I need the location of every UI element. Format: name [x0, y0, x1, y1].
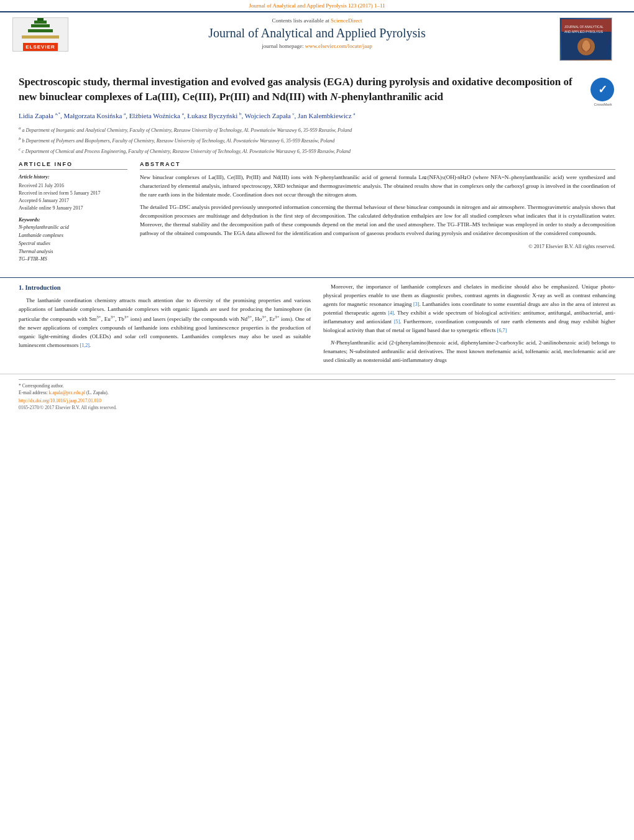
ref-3: [3]	[413, 302, 419, 307]
issn-line: 0165-2370/© 2017 Elsevier B.V. All right…	[19, 405, 615, 410]
keyword-5: TG–FTIR–MS	[19, 256, 127, 264]
copyright-line: © 2017 Elsevier B.V. All rights reserved…	[140, 243, 615, 249]
svg-rect-0	[22, 35, 59, 39]
keywords-section: Keywords: N-phenylanthranilic acid Lanth…	[19, 217, 127, 264]
elsevier-wordmark: ELSEVIER	[23, 43, 58, 51]
svg-rect-3	[34, 21, 47, 24]
journal-title: Journal of Analytical and Applied Pyroly…	[81, 26, 553, 40]
citation-bar: Journal of Analytical and Applied Pyroly…	[0, 0, 634, 12]
elsevier-logo: ELSEVIER	[12, 17, 68, 52]
ref-1-2: [1,2]	[80, 343, 89, 348]
keyword-4: Thermal analysis	[19, 248, 127, 256]
journal-center: Contents lists available at ScienceDirec…	[75, 17, 559, 49]
email-link[interactable]: k.apala@prz.edu.pl	[49, 390, 85, 395]
available-date: Available online 9 January 2017	[19, 205, 127, 212]
article-content: Spectroscopic study, thermal investigati…	[0, 65, 634, 270]
intro-para-2: Moreover, the importance of lanthanide c…	[323, 283, 615, 335]
intro-para-1: The lanthanide coordination chemistry at…	[19, 297, 311, 350]
svg-rect-4	[37, 18, 44, 21]
homepage-label: journal homepage:	[262, 43, 305, 49]
section-divider	[0, 277, 634, 278]
ref-6-7: [6,7]	[497, 328, 507, 333]
title-section: Spectroscopic study, thermal investigati…	[19, 75, 615, 104]
svg-rect-1	[28, 29, 53, 32]
homepage-url[interactable]: www.elsevier.com/locate/jaap	[305, 43, 372, 49]
crossmark-label: CrossMark	[590, 103, 615, 106]
accepted-date: Accepted 6 January 2017	[19, 197, 127, 205]
article-title: Spectroscopic study, thermal investigati…	[19, 75, 590, 104]
body-content: 1. Introduction The lanthanide coordinat…	[0, 283, 634, 368]
article-info-col: ARTICLE INFO Article history: Received 2…	[19, 161, 127, 264]
article-history: Article history: Received 21 July 2016 R…	[19, 173, 127, 212]
intro-heading: 1. Introduction	[19, 283, 311, 293]
abstract-header: ABSTRACT	[140, 161, 615, 170]
history-label: Article history:	[19, 173, 127, 181]
keyword-3: Spectral studies	[19, 240, 127, 248]
doi-link[interactable]: http://dx.doi.org/10.1016/j.jaap.2017.01…	[19, 398, 615, 404]
affiliation-a: a a Department of Inorganic and Analytic…	[19, 125, 615, 134]
revised-date: Received in revised form 5 January 2017	[19, 190, 127, 197]
keywords-label: Keywords:	[19, 217, 127, 223]
abstract-para-2: The detailed TG–DSC analysis provided pr…	[140, 203, 615, 238]
section-title: Introduction	[25, 284, 61, 291]
abstract-para-1: New binuclear complexes of La(III), Ce(I…	[140, 173, 615, 200]
svg-text:AND APPLIED PYROLYSIS: AND APPLIED PYROLYSIS	[564, 30, 604, 34]
ref-4: [4]	[388, 310, 393, 316]
intro-para-3: N-Phenylanthranilic acid (2-(phenylamino…	[323, 339, 615, 365]
crossmark-icon: ✓	[590, 78, 614, 101]
sciencedirect-link[interactable]: ScienceDirect	[331, 17, 362, 24]
sciencedirect-line: Contents lists available at ScienceDirec…	[81, 17, 553, 24]
elsevier-tree-icon	[19, 18, 62, 42]
page: Journal of Analytical and Applied Pyroly…	[0, 0, 634, 840]
svg-rect-2	[31, 24, 50, 27]
citation-text: Journal of Analytical and Applied Pyroly…	[249, 2, 385, 9]
received-date: Received 21 July 2016	[19, 182, 127, 190]
body-col-left: 1. Introduction The lanthanide coordinat…	[19, 283, 311, 368]
footnote: * Corresponding author. E-mail address: …	[19, 379, 615, 397]
keyword-1: N-phenylanthranilic acid	[19, 224, 127, 232]
email-suffix: (L. Zapała).	[85, 390, 108, 395]
article-info-header: ARTICLE INFO	[19, 161, 127, 170]
elsevier-logo-area: ELSEVIER	[12, 17, 75, 52]
affiliation-c: c c Department of Chemical and Process E…	[19, 146, 615, 155]
section-number: 1.	[19, 284, 24, 291]
authors: Lidia Zapała a,*, Małgorzata Kosińska a,…	[19, 111, 615, 122]
email-label: E-mail address:	[19, 390, 49, 395]
abstract-col: ABSTRACT New binuclear complexes of La(I…	[140, 161, 615, 264]
svg-text:JOURNAL OF ANALYTICAL: JOURNAL OF ANALYTICAL	[564, 25, 604, 29]
journal-header: ELSEVIER Contents lists available at Sci…	[0, 12, 634, 65]
body-col-right: Moreover, the importance of lanthanide c…	[323, 283, 615, 368]
article-info-abstract: ARTICLE INFO Article history: Received 2…	[19, 161, 615, 264]
contents-text: Contents lists available at	[272, 17, 331, 24]
keyword-2: Lanthanide complexes	[19, 232, 127, 240]
abstract-text: New binuclear complexes of La(III), Ce(I…	[140, 173, 615, 238]
crossmark-logo[interactable]: ✓ CrossMark	[590, 78, 615, 103]
journal-logo-image: JOURNAL OF ANALYTICAL AND APPLIED PYROLY…	[559, 17, 612, 61]
affiliations: a a Department of Inorganic and Analytic…	[19, 125, 615, 155]
journal-cover-icon: JOURNAL OF ANALYTICAL AND APPLIED PYROLY…	[561, 19, 611, 60]
affiliation-b: b b Department of Polymers and Biopolyme…	[19, 136, 615, 145]
corresponding-note: * Corresponding author.	[19, 383, 64, 389]
journal-logo-area: JOURNAL OF ANALYTICAL AND APPLIED PYROLY…	[559, 17, 622, 61]
journal-homepage: journal homepage: www.elsevier.com/locat…	[81, 43, 553, 49]
footer: * Corresponding author. E-mail address: …	[0, 374, 634, 415]
ref-5: [5]	[394, 319, 400, 325]
